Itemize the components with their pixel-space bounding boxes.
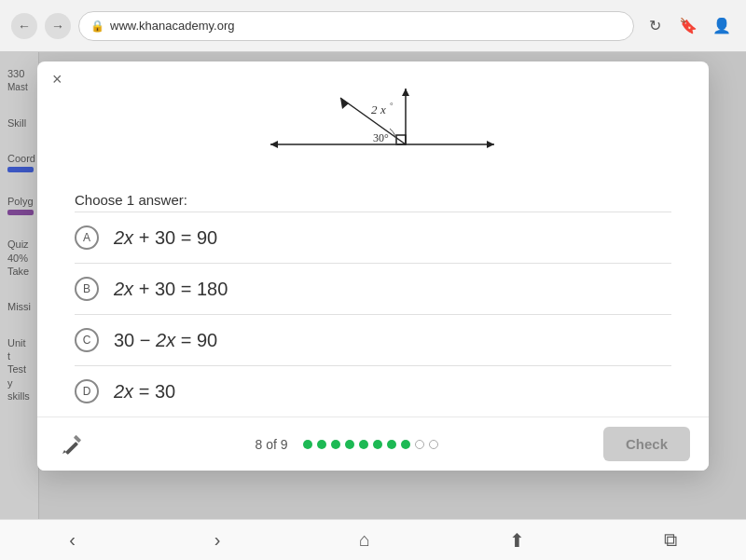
diagram-area: 2 x ° 30° [37, 61, 709, 192]
option-text-a: 2x + 30 = 90 [114, 227, 217, 249]
answer-option-b[interactable]: B 2x + 30 = 180 [37, 264, 709, 314]
svg-marker-4 [402, 89, 409, 96]
hint-button[interactable] [56, 428, 90, 461]
profile-button[interactable]: 👤 [709, 13, 735, 39]
progress-dot-2 [317, 440, 326, 449]
nav-home-button[interactable]: ⌂ [359, 529, 370, 551]
bottom-nav: ‹ › ⌂ ⬆ ⧉ [0, 519, 746, 560]
nav-back-button[interactable]: ‹ [69, 529, 76, 551]
answer-option-a[interactable]: A 2x + 30 = 90 [37, 212, 709, 263]
option-circle-d: D [75, 379, 99, 403]
check-button[interactable]: Check [603, 427, 690, 461]
progress-dot-9 [415, 440, 424, 449]
progress-dot-3 [331, 440, 340, 449]
modal: × 2 x [37, 61, 709, 471]
progress-label: 8 of 9 [255, 437, 287, 452]
option-text-c: 30 − 2x = 90 [114, 330, 217, 351]
answer-option-c[interactable]: C 30 − 2x = 90 [37, 315, 709, 365]
geometry-diagram: 2 x ° 30° [261, 84, 504, 177]
svg-text:x: x [380, 102, 386, 116]
lock-icon: 🔒 [90, 20, 104, 33]
option-circle-a: A [75, 225, 99, 250]
option-circle-c: C [75, 328, 99, 352]
svg-marker-1 [270, 141, 278, 148]
progress-dot-8 [401, 440, 410, 449]
browser-forward-button[interactable]: → [45, 13, 71, 39]
browser-back-button[interactable]: ← [11, 13, 37, 39]
modal-close-button[interactable]: × [52, 71, 62, 88]
svg-marker-7 [340, 98, 349, 109]
option-text-d: 2x = 30 [114, 381, 175, 403]
choose-label: Choose 1 answer: [37, 192, 709, 208]
nav-forward-button[interactable]: › [214, 529, 221, 551]
svg-text:°: ° [390, 101, 394, 110]
page-background: 330Mast Skill Coord Polyg Quiz40%Take Mi… [0, 52, 746, 560]
progress-dot-5 [359, 440, 368, 449]
svg-marker-13 [62, 450, 66, 454]
hint-icon [60, 431, 86, 458]
progress-dot-10 [429, 440, 438, 449]
browser-chrome: ← → 🔒 www.khanacademy.org ↻ 🔖 👤 [0, 0, 746, 52]
progress-dots [303, 440, 438, 449]
modal-footer: 8 of 9 Check [37, 417, 709, 471]
progress-dot-6 [373, 440, 382, 449]
address-bar[interactable]: 🔒 www.khanacademy.org [78, 11, 634, 41]
svg-rect-12 [65, 441, 78, 454]
browser-actions: ↻ 🔖 👤 [642, 13, 735, 39]
progress-dot-4 [345, 440, 354, 449]
svg-text:2: 2 [371, 102, 378, 116]
svg-text:30°: 30° [373, 131, 389, 144]
svg-rect-14 [74, 434, 81, 442]
nav-share-button[interactable]: ⬆ [509, 529, 525, 552]
option-text-b: 2x + 30 = 180 [114, 279, 228, 300]
nav-tabs-button[interactable]: ⧉ [664, 529, 677, 551]
option-circle-b: B [75, 277, 99, 301]
bookmark-button[interactable]: 🔖 [675, 13, 701, 39]
progress-section: 8 of 9 [90, 437, 603, 452]
answer-option-d[interactable]: D 2x = 30 [37, 366, 709, 417]
url-text: www.khanacademy.org [110, 19, 234, 33]
reload-button[interactable]: ↻ [642, 13, 668, 39]
progress-dot-7 [387, 440, 396, 449]
progress-dot-1 [303, 440, 312, 449]
svg-marker-2 [487, 141, 494, 148]
